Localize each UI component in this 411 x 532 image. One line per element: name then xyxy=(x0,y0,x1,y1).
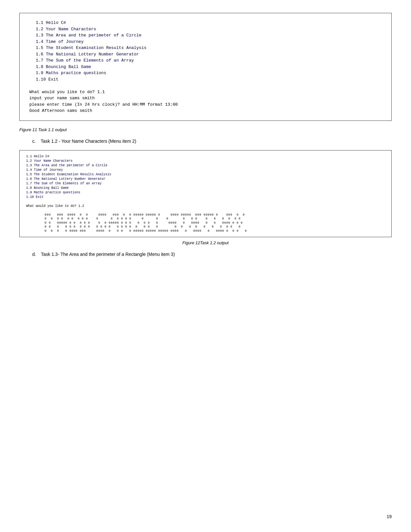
menu-item-10: 1.10 Exit xyxy=(29,76,382,83)
dotmatrix-row-3: 0 0 00000 0 0 0 0 0 0 0 00000 0 0 0 0 0 … xyxy=(26,221,385,225)
fig12-menu-item-9: 1.9 Maths practice questions xyxy=(26,190,385,195)
fig12-menu-item-3: 1.3 The Area and the perimeter of a Circ… xyxy=(26,163,385,168)
dotmatrix-row-4: 0 0 0 0 0 0 0 0 0 0 0 0 0 0 0 0 0 0 0 0 … xyxy=(26,225,385,229)
figure11-menu: 1.1 Hello C# 1.2 Your Name Characters 1.… xyxy=(29,20,382,82)
section-d-title: Task 1.3- The Area and the perimeter of … xyxy=(41,252,175,257)
fig12-menu-item-1: 1.1 Hello C# xyxy=(26,154,385,159)
dotmatrix-row-1: 000 000 0000 0 0 0000 000 0 0 00000 0000… xyxy=(26,213,385,217)
figure12-caption: Figure 12Task 1.2 output xyxy=(19,240,392,245)
menu-item-5: 1.5 The Student Examination Results Anal… xyxy=(29,45,382,51)
figure12-terminal: 1.1 Hello C# 1.2 Your Name Characters 1.… xyxy=(19,150,392,237)
menu-item-7: 1.7 The Sum of the Elements of an Array xyxy=(29,57,382,64)
fig12-menu-item-2: 1.2 Your Name Characters xyxy=(26,159,385,163)
page-number: 19 xyxy=(387,514,392,519)
fig12-menu-item-8: 1.8 Bouncing Ball Game xyxy=(26,186,385,190)
fig12-menu-item-10: 1.10 Exit xyxy=(26,195,385,199)
figure12-menu: 1.1 Hello C# 1.2 Your Name Characters 1.… xyxy=(26,154,385,199)
figure11-terminal: 1.1 Hello C# 1.2 Your Name Characters 1.… xyxy=(19,13,392,121)
fig12-menu-item-5: 1.5 The Student Examination Results Anal… xyxy=(26,172,385,177)
menu-item-6: 1.6 The National Lottery Number Generato… xyxy=(29,51,382,58)
section-c-heading: c. Task 1.2 - Your Name Characters (Menu… xyxy=(32,139,392,144)
fig12-menu-item-7: 1.7 The Sum of the Elements of an Array xyxy=(26,181,385,186)
figure11-interaction-1: What would you like to do? 1.1 xyxy=(29,89,382,95)
menu-item-4: 1.4 Time of Journey xyxy=(29,39,382,45)
figure12-dotmatrix: 000 000 0000 0 0 0000 000 0 0 00000 0000… xyxy=(26,213,385,233)
dotmatrix-row-2: 0 0 0 0 0 0 0 0 0 0 0 0 0 0 0 0 0 0 0 0 … xyxy=(26,217,385,221)
section-c-title: Task 1.2 - Your Name Characters (Menu it… xyxy=(41,139,136,144)
fig12-menu-item-4: 1.4 Time of Journey xyxy=(26,168,385,172)
menu-item-9: 1.9 Maths practice questions xyxy=(29,70,382,76)
section-d-label: d. xyxy=(32,252,36,257)
figure11-interaction-4: Good Afternoon sams smith xyxy=(29,108,382,114)
figure11-interaction-2: input your name sams smith xyxy=(29,95,382,102)
menu-item-8: 1.8 Bouncing Ball Game xyxy=(29,64,382,70)
menu-item-3: 1.3 The Area and the perimeter of a Circ… xyxy=(29,32,382,39)
menu-item-2: 1.2 Your Name Characters xyxy=(29,26,382,33)
menu-item-1: 1.1 Hello C# xyxy=(29,20,382,26)
section-d-heading: d. Task 1.3- The Area and the perimeter … xyxy=(32,252,392,257)
dotmatrix-row-5: 0 0 0 0 0000 000 0000 0 0 0 0 00000 0000… xyxy=(26,229,385,233)
figure11-interaction-3: please enter time (In 24 hrs clock)? and… xyxy=(29,102,382,108)
section-c-label: c. xyxy=(32,139,36,144)
figure12-prompt: What would you like to do? 1.2 xyxy=(26,204,385,208)
figure11-caption: Figure 11 Task 1.1 output xyxy=(19,127,392,132)
fig12-menu-item-6: 1.6 The National Lottery Number Generato… xyxy=(26,177,385,181)
